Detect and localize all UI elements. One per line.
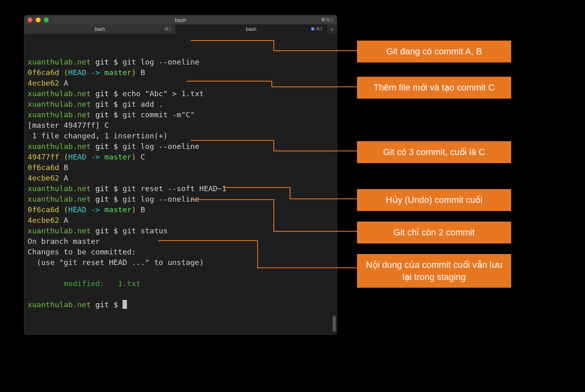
tab-bash-2[interactable]: bash ⌘2 [176,24,327,34]
terminal-line: On branch master [28,236,333,247]
annotation-1: Git đang có commit A, B [357,41,511,62]
terminal-line: xuanthulab.net git $ echo "Abc" > 1.txt [28,88,333,99]
terminal-line: 0f6ca6d (HEAD -> master) B [28,205,333,215]
terminal-line: xuanthulab.net git $ git add . [28,99,333,110]
tab-bash-1[interactable]: bash ⌘1 [24,24,176,34]
terminal-line: xuanthulab.net git $ git log --oneline [28,194,333,205]
terminal-line: xuanthulab.net git $ [28,299,333,310]
terminal-line: xuanthulab.net git $ git reset --soft HE… [28,183,333,194]
titlebar[interactable]: bash �努1 [24,15,337,24]
terminal-line: 0f6ca6d (HEAD -> master) B [28,67,333,78]
cursor [123,300,127,309]
new-tab-button[interactable]: + [327,24,337,34]
tab-label: bash [246,26,256,32]
terminal-line: [master 49477ff] C [28,120,333,131]
annotation-6: Nội dung của commit cuối vẫn lưu lại tro… [357,254,511,288]
terminal-line: (use "git reset HEAD ..." to unstage) [28,257,333,268]
terminal-line: xuanthulab.net git $ git log --oneline [28,57,333,67]
modified-dot-icon [311,27,314,30]
terminal-window: bash �努1 bash ⌘1 bash ⌘2 + xuanthulab.ne… [24,15,337,334]
terminal-line: modified: 1.txt [28,278,333,289]
terminal-line: 49477ff (HEAD -> master) C [28,152,333,162]
terminal-line: xuanthulab.net git $ git commit -m"C" [28,110,333,120]
annotation-5: Git chỉ còn 2 commit [357,222,511,243]
annotation-3: Git có 3 commit, cuối là C [357,141,511,163]
window-title: bash [24,17,337,23]
terminal-output[interactable]: xuanthulab.net git $ git log --oneline0f… [24,34,337,334]
terminal-line: xuanthulab.net git $ git status [28,226,333,236]
terminal-line: Changes to be committed: [28,247,333,257]
terminal-line: 0f6ca6d B [28,162,333,173]
terminal-line: 4ecbe62 A [28,173,333,183]
tabbar: bash ⌘1 bash ⌘2 + [24,24,337,34]
terminal-line: 4ecbe62 A [28,215,333,226]
terminal-line: xuanthulab.net git $ git log --oneline [28,141,333,152]
annotation-2: Thêm file mới và tạo commit C [357,77,511,99]
terminal-line [28,289,333,299]
annotation-4: Hủy (Undo) commit cuối [357,189,511,211]
tab-shortcut: ⌘1 [164,26,171,32]
terminal-line: 1 file changed, 1 insertion(+) [28,131,333,141]
tab-label: bash [95,26,105,32]
scrollbar-thumb[interactable] [333,316,336,332]
terminal-line: 4ecbe62 A [28,78,333,88]
tab-shortcut: ⌘2 [311,26,323,32]
terminal-line [28,268,333,278]
